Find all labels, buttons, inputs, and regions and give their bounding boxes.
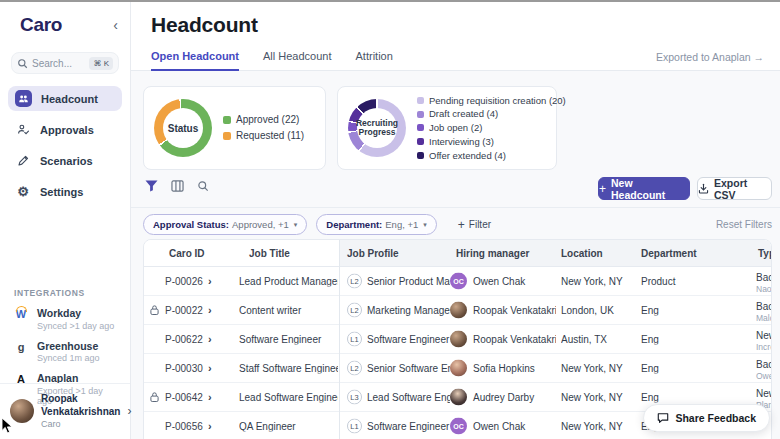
job-profile: Senior Software Engine	[367, 363, 450, 374]
donut-center: Recruiting Progress	[357, 108, 397, 148]
legend-swatch	[417, 97, 424, 104]
type-detail: Malcolm	[756, 313, 772, 324]
status-legend: Approved (22)Requested (11)	[223, 112, 304, 144]
row-expand-chevron[interactable]: ›	[208, 420, 212, 432]
donut-center: Status	[163, 108, 203, 148]
type-detail: Increme	[756, 342, 772, 353]
hiring-manager-cell: Roopak Venkatakri...	[450, 331, 556, 348]
status-donut-chart: Status	[154, 99, 212, 157]
search-icon[interactable]	[197, 180, 209, 192]
integration-greenhouse[interactable]: g Greenhouse Synced 1m ago	[14, 340, 120, 364]
add-filter-button[interactable]: + Filter	[458, 218, 491, 232]
row-expand-chevron[interactable]: ›	[208, 362, 212, 374]
caro-id: P-00656	[165, 421, 203, 432]
caret-down-icon: ▾	[423, 221, 427, 229]
filter-chip-department[interactable]: Department: Eng, +1 ▾	[316, 214, 436, 235]
avatar	[450, 389, 467, 406]
job-title: Content writer	[239, 305, 338, 316]
legend-item: Job open (2)	[417, 121, 566, 135]
scenarios-pen-icon	[15, 154, 31, 167]
table-row[interactable]: P-00622 › Software Engineer L1 Software …	[144, 325, 771, 354]
filter-chip-approval-status[interactable]: Approval Status: Approved, +1 ▾	[143, 214, 307, 235]
hiring-manager: Audrey Darby	[473, 392, 534, 403]
column-header-caro-id[interactable]: Caro ID	[169, 248, 205, 259]
job-title: Staff Software Engineer	[239, 363, 338, 374]
approvals-icon	[15, 123, 31, 136]
greenhouse-icon: g	[14, 341, 28, 354]
filter-funnel-icon[interactable]	[145, 180, 158, 192]
sidebar-item-label: Scenarios	[40, 155, 93, 167]
new-headcount-button[interactable]: + New Headcount	[598, 177, 690, 200]
column-header-department[interactable]: Department	[641, 248, 697, 259]
legend-label: Draft created (4)	[429, 107, 498, 121]
department: Eng	[641, 334, 721, 345]
lock-icon	[150, 305, 162, 316]
row-expand-chevron[interactable]: ›	[208, 304, 212, 316]
legend-swatch	[417, 111, 424, 118]
integration-status: Synced 1m ago	[37, 353, 100, 363]
search-input[interactable]: Search... ⌘ K	[11, 52, 119, 74]
type: Backfill	[756, 358, 772, 371]
table-row[interactable]: P-00026 › Lead Product Manager L2 Senior…	[144, 267, 771, 296]
integration-workday[interactable]: W Workday Synced >1 day ago	[14, 307, 120, 331]
legend-swatch	[417, 138, 424, 145]
location: Austin, TX	[561, 334, 637, 345]
table-row[interactable]: P-00030 › Staff Software Engineer L2 Sen…	[144, 354, 771, 383]
columns-icon[interactable]	[171, 180, 184, 192]
export-csv-button[interactable]: Export CSV	[697, 177, 772, 200]
sidebar-item-settings[interactable]: ⚙ Settings	[8, 179, 122, 204]
column-header-hiring-manager[interactable]: Hiring manager	[456, 248, 529, 259]
hiring-manager: Sofia Hopkins	[473, 363, 535, 374]
exported-to-anaplan-link[interactable]: Exported to Anaplan →	[656, 51, 764, 63]
legend-label: Approved (22)	[236, 112, 299, 128]
sidebar-item-approvals[interactable]: Approvals	[8, 117, 122, 142]
mouse-cursor	[1, 417, 14, 438]
legend-label: Pending requisition creation (20)	[429, 94, 566, 108]
job-title: Lead Software Engineer	[239, 392, 338, 403]
row-expand-chevron[interactable]: ›	[208, 275, 212, 287]
sidebar-item-scenarios[interactable]: Scenarios	[8, 148, 122, 173]
avatar: OC	[450, 418, 467, 435]
job-profile: Software Engineer	[367, 421, 449, 432]
user-profile[interactable]: Roopak Venkatakrishnan Caro ›	[0, 383, 130, 435]
search-shortcut-badge: ⌘ K	[89, 57, 113, 70]
location: New York, NY	[561, 392, 637, 403]
status-chart-card: Status Approved (22)Requested (11)	[143, 86, 326, 170]
caret-down-icon: ▾	[294, 221, 298, 229]
column-header-type[interactable]: Type	[758, 248, 772, 259]
job-profile-cell: L1 Software Engineer	[347, 419, 450, 434]
job-profile-cell: L2 Marketing Manager	[347, 303, 450, 318]
level-badge: L3	[347, 390, 362, 405]
level-badge: L1	[347, 419, 362, 434]
tab-open-headcount[interactable]: Open Headcount	[151, 50, 239, 71]
hiring-manager-cell: Audrey Darby	[450, 389, 556, 406]
legend-label: Job open (2)	[429, 121, 482, 135]
location: New York, NY	[561, 276, 637, 287]
table-header-row: Caro ID Job Title Job Profile Hiring man…	[144, 240, 771, 267]
plus-icon: +	[599, 182, 606, 196]
window-top-edge	[0, 0, 780, 2]
column-header-job-profile[interactable]: Job Profile	[347, 248, 399, 259]
job-profile: Software Engineer	[367, 334, 449, 345]
type-cell: Backfill Malcolm	[756, 300, 772, 324]
column-header-location[interactable]: Location	[561, 248, 603, 259]
table-row[interactable]: P-00022 › Content writer L2 Marketing Ma…	[144, 296, 771, 325]
reset-filters-button[interactable]: Reset Filters	[716, 219, 772, 230]
avatar: OC	[450, 273, 467, 290]
caro-id: P-00022	[165, 305, 203, 316]
tab-all-headcount[interactable]: All Headcount	[263, 50, 332, 71]
row-expand-chevron[interactable]: ›	[208, 333, 212, 345]
plus-icon: +	[458, 218, 465, 232]
job-profile-cell: L3 Lead Software Engine	[347, 390, 450, 405]
sidebar-item-headcount[interactable]: Headcount	[8, 86, 122, 111]
sidebar-collapse-icon[interactable]: ‹	[113, 18, 118, 32]
row-expand-chevron[interactable]: ›	[208, 391, 212, 403]
column-header-job-title[interactable]: Job Title	[249, 248, 290, 259]
share-feedback-button[interactable]: Share Feedback	[643, 404, 770, 432]
legend-item: Draft created (4)	[417, 107, 566, 121]
type-cell: Backfill Naomi	[756, 271, 772, 295]
integration-name: Greenhouse	[37, 340, 100, 353]
tab-attrition[interactable]: Attrition	[356, 50, 393, 71]
hiring-manager: Roopak Venkatakri...	[473, 334, 556, 345]
legend-item: Offer extended (4)	[417, 149, 566, 163]
